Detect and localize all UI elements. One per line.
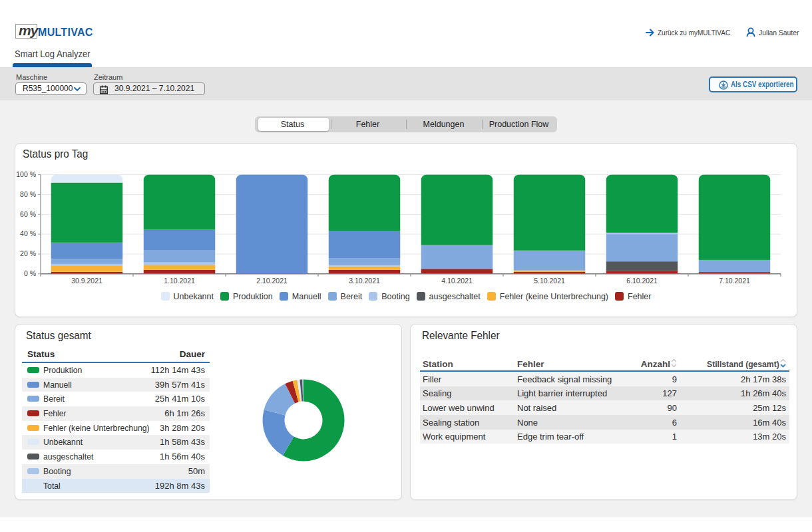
- svg-text:6.10.2021: 6.10.2021: [626, 277, 658, 285]
- svg-text:60 %: 60 %: [20, 210, 36, 218]
- svg-text:2.10.2021: 2.10.2021: [256, 277, 288, 285]
- svg-text:3.10.2021: 3.10.2021: [349, 277, 380, 285]
- svg-text:5.10.2021: 5.10.2021: [534, 277, 565, 285]
- svg-text:100 %: 100 %: [16, 170, 36, 178]
- svg-text:4.10.2021: 4.10.2021: [441, 277, 473, 285]
- svg-text:1.10.2021: 1.10.2021: [164, 277, 195, 285]
- svg-text:0 %: 0 %: [24, 269, 36, 277]
- svg-text:30.9.2021: 30.9.2021: [71, 277, 102, 285]
- svg-text:7.10.2021: 7.10.2021: [719, 277, 750, 285]
- svg-text:80 %: 80 %: [20, 190, 36, 198]
- svg-text:20 %: 20 %: [20, 249, 36, 257]
- svg-text:40 %: 40 %: [20, 229, 36, 237]
